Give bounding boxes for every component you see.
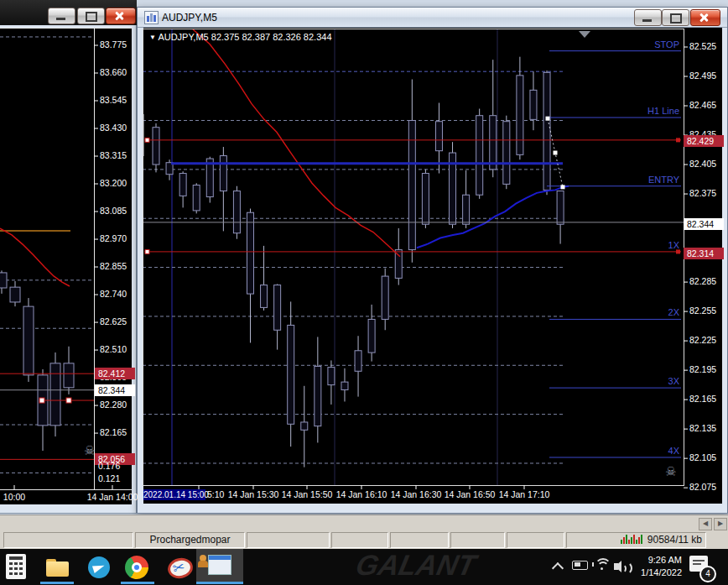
price-tick-label: 82.855: [100, 261, 127, 271]
maximize-button[interactable]: [77, 8, 105, 24]
minimize-icon: [642, 19, 652, 22]
price-tick-label: 82.105: [689, 452, 716, 462]
volume-icon[interactable]: [614, 559, 631, 574]
price-tick-label: 82.375: [689, 188, 716, 198]
trade-level-label: ENTRY: [547, 175, 679, 185]
price-tick-label: 82.195: [689, 364, 716, 374]
price-marker-box: 82.429: [684, 135, 724, 147]
toolbar-scroll-right[interactable]: ▶: [714, 518, 727, 530]
price-tick-label: 82.970: [100, 233, 127, 243]
tray-expand-chevron-icon[interactable]: [552, 562, 564, 574]
price-tick-label: 82.740: [100, 289, 127, 299]
indicator-value: 0.176: [98, 461, 120, 471]
price-marker-box: 82.314: [684, 248, 724, 259]
notification-badge: 4: [699, 566, 716, 582]
chart-window-icon: [144, 11, 159, 24]
taskbar-item-telegram[interactable]: [85, 553, 113, 582]
wifi-icon[interactable]: [594, 557, 611, 572]
status-cell: [331, 532, 388, 548]
time-tick-label: 14 Jan 16:30: [387, 489, 445, 499]
ohlc-values: 82.375 82.387 82.326 82.344: [211, 32, 332, 42]
main-chart-area[interactable]: [143, 28, 722, 504]
price-tick-label: 83.430: [100, 123, 127, 133]
price-tick-label: 82.165: [100, 427, 127, 437]
time-tick-label: 14 Jan 16:50: [441, 489, 498, 499]
trade-level-label: 3X: [547, 376, 679, 386]
ea-skull-icon: ☠: [665, 464, 676, 479]
start-button[interactable]: [3, 553, 32, 582]
metatrader-icon: [208, 555, 231, 575]
price-tick-label: 82.495: [689, 71, 716, 81]
status-cell: [3, 532, 133, 548]
price-marker-box: 82.344: [95, 384, 135, 396]
taskbar-item-metatrader-active[interactable]: [196, 549, 243, 584]
taskbar-item-screen-capture[interactable]: ✂: [166, 553, 195, 582]
trade-level-label: STOP: [547, 39, 679, 50]
time-tick-label: 10:00: [0, 492, 41, 502]
ohlc-header: ▼ AUDJPY,M5 82.375 82.387 82.326 82.344: [149, 32, 332, 42]
status-cell: [247, 532, 330, 548]
collapse-triangle-icon[interactable]: ▼: [149, 34, 156, 41]
trade-level-label: 2X: [547, 307, 679, 317]
symbol-period: AUDJPY,M5: [158, 32, 208, 42]
taskbar-item-file-explorer[interactable]: [44, 553, 72, 582]
clock-time: 9:26 AM: [633, 554, 682, 567]
price-tick-label: 82.165: [689, 394, 716, 404]
price-tick-label: 83.660: [100, 67, 127, 77]
status-profile-cell: Prochargedmopar: [135, 532, 245, 548]
price-tick-label: 82.465: [689, 100, 716, 110]
time-tick-label: 14 Jan 14:00: [86, 492, 139, 502]
price-tick-label: 83.085: [100, 206, 127, 216]
price-marker-box: 82.412: [95, 368, 135, 379]
main-maximize-button[interactable]: [662, 9, 689, 26]
time-tick-label: 14 Jan 16:10: [333, 489, 390, 499]
indicator-value: 0.121: [98, 473, 120, 483]
close-button[interactable]: [106, 8, 136, 24]
price-tick-label: 82.525: [689, 41, 716, 51]
taskbar-item-chrome[interactable]: [122, 553, 151, 582]
desktop: AUDJPY,M5 ▼ AUDJPY,M5 82.375 82.387 82.3…: [0, 0, 728, 585]
taskbar-clock[interactable]: 9:26 AM 1/14/2022: [633, 554, 682, 579]
price-marker-box: 82.344: [684, 218, 724, 230]
price-tick-label: 82.285: [689, 276, 716, 286]
price-tick-label: 82.075: [689, 482, 716, 492]
selected-time-highlight[interactable]: 2022.01.14 15:00: [143, 489, 205, 500]
price-tick-label: 83.200: [100, 178, 127, 188]
price-tick-label: 82.625: [100, 316, 127, 326]
price-tick-label: 82.225: [689, 335, 716, 345]
status-cell: [507, 532, 564, 548]
taskbar: GALANT ✂: [0, 549, 728, 585]
desktop-watermark: GALANT: [353, 549, 479, 582]
main-close-button[interactable]: [690, 9, 720, 26]
price-tick-label: 82.280: [100, 400, 127, 410]
time-tick-label: 14 Jan 17:10: [496, 489, 553, 499]
maximize-icon: [670, 13, 682, 24]
price-tick-label: 82.405: [689, 159, 716, 169]
traffic-text: 90584/11 kb: [647, 534, 702, 546]
battery-icon[interactable]: [572, 561, 590, 572]
time-tick-label: 14 Jan 15:50: [278, 489, 335, 499]
main-minimize-button[interactable]: [634, 9, 662, 26]
time-marker-icon: [579, 31, 590, 38]
ea-skull-icon: ☠: [84, 443, 95, 458]
price-tick-label: 83.315: [100, 150, 127, 160]
maximize-icon: [86, 12, 97, 22]
minimize-button[interactable]: [48, 8, 75, 24]
minimize-icon: [56, 18, 65, 20]
price-tick-label: 82.135: [689, 423, 716, 433]
trade-level-label: H1 Line: [547, 106, 679, 116]
profile-name: Prochargedmopar: [149, 534, 230, 546]
status-bar: ◀ ▶ Prochargedmopar 90584/11 kb: [0, 514, 728, 550]
price-tick-label: 83.775: [100, 39, 127, 50]
status-cell: [450, 532, 505, 548]
trade-level-label: 1X: [547, 240, 679, 250]
price-tick-label: 83.545: [100, 95, 127, 105]
traffic-bars-icon: [621, 535, 644, 544]
clock-date: 1/14/2022: [633, 567, 682, 579]
time-tick-label: 14 Jan 15:30: [225, 489, 282, 499]
status-cell: [390, 532, 449, 548]
price-tick-label: 82.510: [100, 344, 127, 354]
toolbar-scroll-left[interactable]: ◀: [699, 518, 712, 530]
trade-level-label: 4X: [547, 446, 679, 456]
status-traffic-cell: 90584/11 kb: [566, 532, 706, 548]
